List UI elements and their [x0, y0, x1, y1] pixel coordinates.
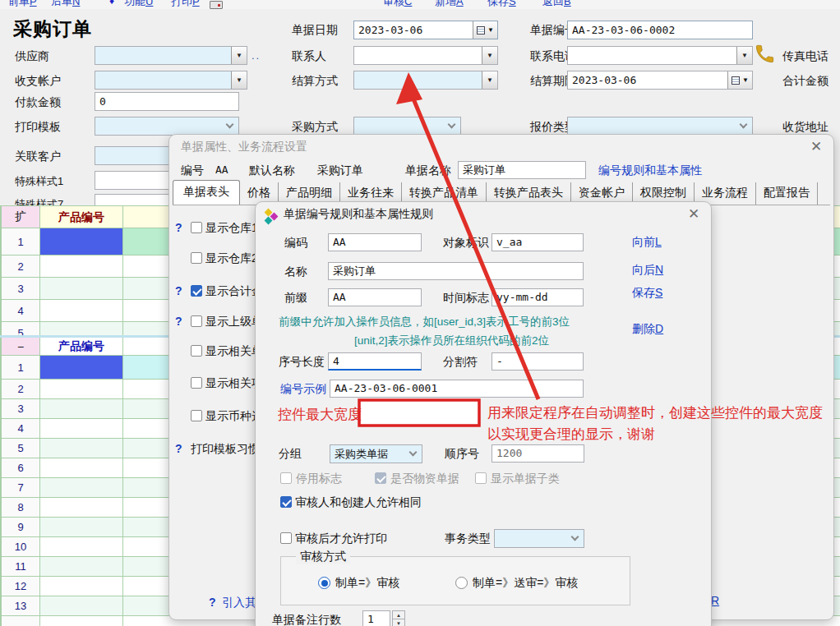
chevron-down-icon[interactable]: [734, 117, 752, 135]
same-person-checkbox[interactable]: [280, 496, 292, 508]
order-input[interactable]: 1200: [492, 444, 584, 463]
chevron-down-icon[interactable]: [220, 117, 238, 135]
example-label: 编号示例: [280, 382, 326, 397]
code-input[interactable]: AA: [328, 233, 422, 251]
seq-length-input[interactable]: 4: [328, 352, 422, 371]
show-related-item-checkbox[interactable]: [191, 377, 202, 389]
disable-flag-checkbox[interactable]: [280, 472, 292, 484]
separator-label: 分割符: [443, 355, 478, 370]
calendar-dropdown-icon[interactable]: ▼: [727, 71, 752, 89]
show-total-checkbox[interactable]: [191, 285, 202, 297]
trans-type-combo[interactable]: [494, 529, 584, 548]
quote-type-combo[interactable]: [567, 117, 753, 136]
pay-amount-input[interactable]: 0: [95, 92, 239, 111]
time-flag-input[interactable]: yy-mm-dd: [492, 288, 584, 306]
printer-icon[interactable]: [210, 1, 223, 9]
phone-combo[interactable]: ▼: [567, 46, 753, 65]
supplier-label: 供应商: [15, 49, 49, 64]
help-icon[interactable]: ?: [175, 284, 182, 297]
close-icon[interactable]: ✕: [807, 139, 825, 157]
dropdown-arrow-icon[interactable]: ▼: [736, 47, 752, 64]
object-id-input[interactable]: v_aa: [492, 233, 584, 251]
help-icon[interactable]: ?: [175, 315, 182, 328]
calendar-dropdown-icon[interactable]: ▼: [473, 21, 497, 39]
print-after-audit-checkbox[interactable]: [280, 532, 292, 544]
supplier-combo[interactable]: ▼: [95, 46, 247, 65]
account-label: 收支帐户: [15, 74, 61, 89]
code-label: 编码: [284, 236, 307, 251]
order-label: 顺序号: [445, 447, 479, 462]
d1-default-name-label: 默认名称: [249, 163, 295, 178]
close-icon[interactable]: ✕: [685, 206, 703, 224]
save-link[interactable]: 保存S: [632, 286, 662, 301]
d1-no-value: AA: [215, 163, 228, 176]
doc-no-input[interactable]: AA-23-03-06-0002: [567, 21, 753, 39]
tab-配置报告[interactable]: 配置报告: [756, 182, 818, 205]
remark-lines-input[interactable]: 1: [362, 610, 390, 626]
menu-item-功能[interactable]: 功能U: [124, 0, 153, 9]
show-parent-checkbox[interactable]: [191, 315, 202, 327]
nav-back-link[interactable]: 向后N: [632, 263, 663, 278]
prefix-tip1: 前缀中允许加入操作员信息，如[user_id,3]表示工号的前3位: [279, 315, 570, 329]
nav-forward-link[interactable]: 向前L: [632, 235, 662, 250]
dialog1-title: 单据属性、业务流程设置: [181, 140, 307, 154]
delete-link[interactable]: 删除D: [632, 322, 663, 337]
doc-date-field[interactable]: 2023-03-06 ▼: [353, 21, 498, 39]
example-input[interactable]: AA-23-03-06-0001: [330, 380, 584, 398]
print-template-combo[interactable]: [95, 117, 239, 136]
step-up-icon[interactable]: ▲: [393, 611, 404, 619]
dropdown-arrow-icon[interactable]: ▼: [482, 47, 497, 64]
show-warehouse1-checkbox[interactable]: [191, 222, 202, 233]
menu-item-打印[interactable]: 打印P: [171, 0, 200, 9]
help-icon[interactable]: ?: [209, 596, 216, 609]
menu-item-新增[interactable]: 新增A: [435, 0, 464, 9]
audit-direct-radio[interactable]: [318, 577, 330, 589]
object-id-label: 对象标识: [443, 236, 489, 251]
dropdown-arrow-icon[interactable]: ▼: [231, 47, 247, 64]
contact-combo[interactable]: ▼: [353, 46, 498, 65]
remark-lines-stepper[interactable]: ▲▼: [392, 610, 405, 626]
help-icon[interactable]: ?: [175, 221, 182, 234]
menu-item-审核[interactable]: 审核C: [383, 0, 412, 9]
settle-due-field[interactable]: 2023-03-06 ▼: [567, 71, 753, 90]
show-warehouse2-checkbox[interactable]: [191, 252, 202, 264]
step-down-icon[interactable]: ▼: [393, 619, 404, 626]
d1-doc-name-label: 单据名称: [405, 163, 451, 178]
dropdown-arrow-icon[interactable]: ▼: [482, 71, 497, 89]
audit-mode-groupbox: 审核方式 制单=》审核 制单=》送审=》审核: [280, 556, 630, 605]
menu-item-后单[interactable]: 后单N: [51, 0, 80, 9]
chevron-down-icon[interactable]: [565, 530, 584, 547]
numbering-rule-link[interactable]: 编号规则和基本属性: [598, 163, 702, 178]
separator-input[interactable]: -: [492, 352, 584, 371]
phone-icon[interactable]: [754, 43, 776, 67]
menu-item-返回[interactable]: 返回B: [542, 0, 571, 9]
purchase-method-combo[interactable]: [353, 117, 461, 136]
show-currency-checkbox[interactable]: [191, 410, 202, 421]
account-combo[interactable]: ▼: [95, 71, 247, 90]
tab-单据表头[interactable]: 单据表头: [173, 180, 240, 205]
group-combo[interactable]: 采购类单据: [330, 444, 422, 463]
audit-direct-label: 制单=》审核: [335, 576, 399, 591]
print-habit-label: 打印模板习惯: [191, 442, 260, 457]
show-subtype-checkbox[interactable]: [475, 472, 487, 484]
name-input[interactable]: 采购订单: [328, 262, 584, 280]
menu-item-前单[interactable]: 前单P: [8, 0, 37, 9]
material-doc-checkbox[interactable]: [375, 472, 386, 484]
material-doc-label: 是否物资单据: [390, 472, 459, 486]
chevron-down-icon[interactable]: [404, 445, 422, 463]
menu-item-保存[interactable]: 保存S: [487, 0, 516, 9]
disable-flag-label: 停用标志: [296, 472, 342, 486]
help-icon[interactable]: ?: [175, 442, 182, 455]
remark-lines-label: 单据备注行数: [272, 613, 341, 626]
dropdown-arrow-icon[interactable]: ▼: [231, 71, 247, 89]
show-related-doc-checkbox[interactable]: [191, 345, 202, 357]
group-label: 分组: [279, 447, 302, 462]
audit-submit-radio[interactable]: [455, 577, 468, 589]
dialog2-title: 单据编号规则和基本属性规则: [284, 207, 433, 222]
prefix-input[interactable]: AA: [328, 288, 422, 306]
settle-method-combo[interactable]: ▼: [353, 71, 498, 90]
supplier-more-button[interactable]: ..: [252, 49, 261, 62]
link-fragment-r[interactable]: R: [711, 594, 719, 607]
d1-doc-name-input[interactable]: 采购订单: [458, 161, 586, 179]
chevron-down-icon[interactable]: [442, 117, 460, 135]
